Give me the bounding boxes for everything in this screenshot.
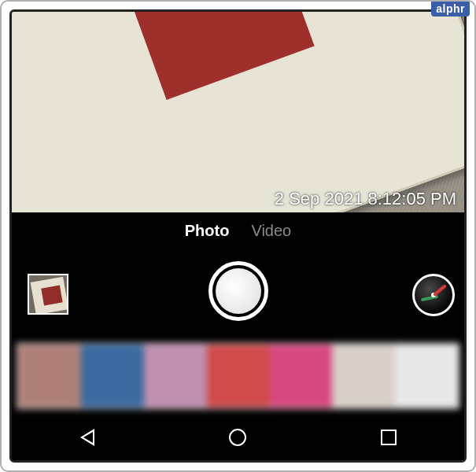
- camera-viewfinder[interactable]: 2 Sep 2021 8:12:05 PM: [12, 12, 464, 212]
- thumbnail-preview: [31, 277, 68, 315]
- mode-switcher: Photo Video: [12, 212, 464, 240]
- watermark-badge: alphr: [431, 2, 470, 17]
- back-button[interactable]: [77, 427, 98, 448]
- recent-apps-icon: [381, 430, 397, 445]
- last-photo-thumbnail[interactable]: [28, 274, 68, 315]
- settings-dial[interactable]: [412, 274, 455, 316]
- viewfinder-subject-board: [12, 12, 464, 212]
- shutter-icon: [216, 268, 261, 314]
- device-screen: 2 Sep 2021 8:12:05 PM Photo Video: [9, 9, 467, 463]
- viewfinder-subject-red-square: [124, 12, 315, 100]
- gallery-strip[interactable]: [17, 343, 459, 409]
- camera-controls: Photo Video: [12, 212, 464, 338]
- recent-apps-button[interactable]: [378, 427, 399, 448]
- shutter-button[interactable]: [208, 261, 268, 321]
- home-button[interactable]: [227, 427, 248, 448]
- mode-video[interactable]: Video: [251, 222, 291, 240]
- home-icon: [229, 429, 246, 446]
- mode-photo[interactable]: Photo: [185, 222, 230, 240]
- timestamp-overlay: 2 Sep 2021 8:12:05 PM: [275, 189, 456, 209]
- screenshot-frame: alphr 2 Sep 2021 8:12:05 PM Photo Video: [0, 0, 476, 472]
- android-nav-bar: [12, 414, 464, 461]
